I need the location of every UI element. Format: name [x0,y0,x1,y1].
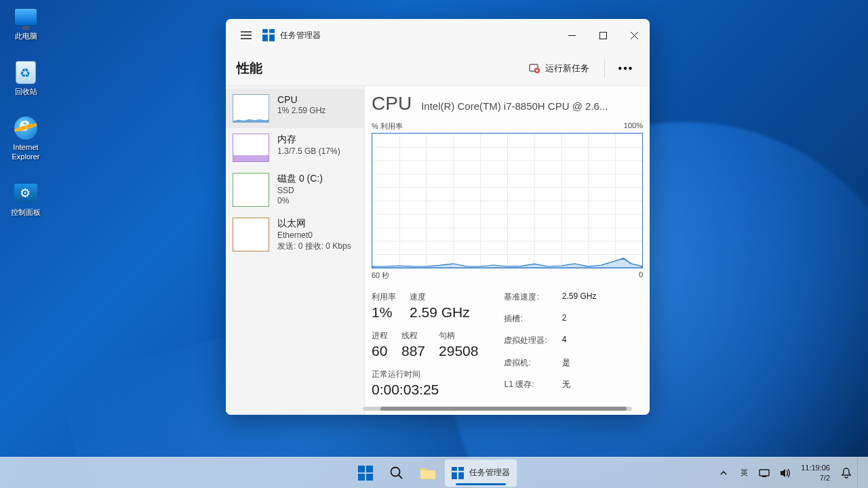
desktop-icons: 此电脑 回收站 Internet Explorer 控制面板 [4,4,47,217]
start-button[interactable] [351,460,380,487]
taskbar-task-manager[interactable]: 任务管理器 [445,460,517,487]
speaker-icon [778,467,791,479]
taskbar: 任务管理器 英 11:19:06 7/2 [0,457,868,488]
hamburger-icon [241,31,252,39]
minimize-button[interactable] [556,21,587,49]
maximize-button[interactable] [587,21,618,49]
stat-threads: 线程 887 [401,330,425,359]
cpu-graph-line [372,134,642,268]
svg-rect-10 [366,474,373,481]
svg-rect-9 [358,474,365,481]
device-icon [758,467,770,479]
system-tray: 英 11:19:06 7/2 [714,458,861,489]
recycle-bin-icon [13,60,39,85]
tray-overflow[interactable] [714,460,733,486]
x-axis-right: 0 [639,270,643,281]
cpu-heading: CPU [372,93,412,115]
run-task-icon [529,63,540,74]
chevron-up-icon [719,469,728,477]
desktop-icon-control-panel[interactable]: 控制面板 [4,180,47,217]
sidebar-net-sub2: 发送: 0 接收: 0 Kbps [277,241,351,252]
app-title: 任务管理器 [280,30,321,41]
task-manager-icon [262,29,275,41]
close-button[interactable] [618,21,650,49]
tray-clock[interactable]: 11:19:06 7/2 [795,463,835,483]
svg-point-11 [391,467,400,476]
sidebar-cpu-title: CPU [277,94,326,105]
sidebar-item-cpu[interactable]: CPU 1% 2.59 GHz [226,89,364,128]
stat-handles: 句柄 29508 [439,330,478,359]
svg-rect-2 [262,35,268,41]
memory-thumbnail [233,134,269,162]
windows-icon [358,466,373,481]
show-desktop-button[interactable] [857,458,861,489]
sidebar-mem-sub: 1.3/7.5 GB (17%) [277,146,340,156]
ethernet-thumbnail [233,218,269,251]
task-manager-window: 任务管理器 性能 运行新任务 ••• CPU 1% 2.59 GHz [226,19,650,415]
desktop-icon-label: 控制面板 [11,208,41,217]
perf-sidebar: CPU 1% 2.59 GHz 内存 1.3/7.5 GB (17%) 磁盘 0… [226,86,365,415]
cpu-thumbnail [233,94,269,123]
stat-processes: 进程 60 [372,330,388,359]
control-panel-icon [13,180,39,206]
separator [604,59,605,78]
sidebar-disk-sub2: 0% [277,196,323,205]
more-button[interactable]: ••• [613,57,639,80]
disk-thumbnail [233,173,269,207]
stat-utilization: 利用率 1% [372,291,396,321]
svg-rect-15 [458,472,464,479]
cpu-graph [372,133,643,268]
content: CPU 1% 2.59 GHz 内存 1.3/7.5 GB (17%) 磁盘 0… [226,85,650,415]
horizontal-scrollbar[interactable] [363,407,632,411]
run-new-task-label: 运行新任务 [545,62,589,75]
svg-rect-12 [452,467,457,471]
stat-speed: 速度 2.59 GHz [410,291,470,321]
clock-date: 7/2 [820,473,830,483]
toolbar: 性能 运行新任务 ••• [226,52,650,85]
hamburger-button[interactable] [233,22,260,48]
cpu-detail-panel: CPU Intel(R) Core(TM) i7-8850H CPU @ 2.6… [365,86,650,415]
sidebar-disk-sub1: SSD [277,186,323,195]
sidebar-item-memory[interactable]: 内存 1.3/7.5 GB (17%) [226,128,364,167]
taskbar-center: 任务管理器 [351,460,517,487]
desktop-icon-ie[interactable]: Internet Explorer [4,115,47,161]
tray-input-indicator[interactable] [755,460,774,486]
stats-area: 利用率 1% 速度 2.59 GHz 进程 60 [372,291,650,398]
sidebar-mem-title: 内存 [277,134,340,146]
svg-rect-8 [366,466,373,472]
taskbar-file-explorer[interactable] [414,460,442,487]
sidebar-item-disk[interactable]: 磁盘 0 (C:) SSD 0% [226,167,364,212]
clock-time: 11:19:06 [801,463,830,472]
folder-icon [420,466,436,481]
stat-details: 基准速度:2.59 GHz 插槽:2 虚拟处理器:4 虚拟机:是 L1 缓存:无 [504,291,596,398]
taskbar-tm-label: 任务管理器 [469,467,510,479]
sidebar-item-ethernet[interactable]: 以太网 Ethernet0 发送: 0 接收: 0 Kbps [226,212,364,258]
taskbar-search[interactable] [382,460,411,487]
titlebar[interactable]: 任务管理器 [226,19,650,52]
run-new-task-button[interactable]: 运行新任务 [522,58,596,79]
task-manager-icon [452,467,464,479]
tray-ime[interactable]: 英 [734,460,753,486]
sidebar-net-title: 以太网 [277,218,351,230]
monitor-icon [13,4,39,30]
svg-rect-1 [269,29,275,33]
svg-rect-0 [262,29,268,33]
tray-volume[interactable] [775,460,794,486]
search-icon [389,466,404,481]
sidebar-cpu-sub: 1% 2.59 GHz [277,106,326,115]
svg-rect-17 [762,476,766,477]
svg-rect-16 [760,470,769,476]
desktop-icon-label: 回收站 [15,87,37,96]
ie-icon [13,115,39,141]
desktop-icon-this-pc[interactable]: 此电脑 [4,4,47,41]
tray-notifications[interactable] [837,460,856,486]
sidebar-net-sub1: Ethernet0 [277,230,351,240]
svg-rect-3 [269,35,275,41]
window-controls [556,21,650,49]
svg-rect-4 [599,32,606,39]
x-axis-left: 60 秒 [372,270,389,281]
desktop-icon-recycle-bin[interactable]: 回收站 [4,60,47,96]
y-axis-label: % 利用率 [372,121,403,131]
cpu-model: Intel(R) Core(TM) i7-8850H CPU @ 2.6... [421,100,643,112]
desktop-icon-label: Internet Explorer [4,143,47,161]
